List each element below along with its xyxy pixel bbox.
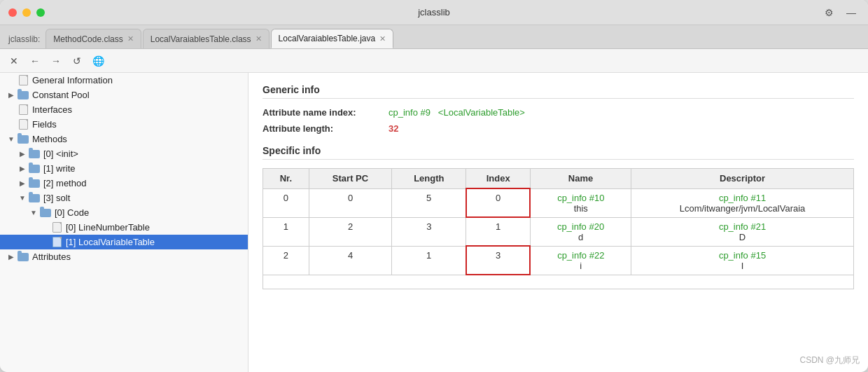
folder-icon-write <box>28 164 41 174</box>
attribute-name-tag: <LocalVariableTable> <box>438 107 525 118</box>
cp-info-9-link[interactable]: cp_info #9 <box>388 107 430 118</box>
window: jclasslib ⚙ — jclasslib: MethodCode.clas… <box>0 0 868 372</box>
sidebar-label-localvariabletable: [1] LocalVariableTable <box>66 237 155 247</box>
sidebar-label-attributes: Attributes <box>32 252 71 262</box>
window-title: jclasslib <box>418 7 450 18</box>
cell-name-1: cp_info #20 d <box>530 217 631 246</box>
sidebar-item-code[interactable]: ▼ [0] Code <box>0 205 248 220</box>
sidebar-label-method: [2] method <box>43 178 86 188</box>
sidebar-label-fields: Fields <box>32 119 57 130</box>
refresh-button[interactable]: ↺ <box>69 53 85 69</box>
attribute-length-value: 32 <box>388 123 398 134</box>
folder-icon-init <box>28 149 41 159</box>
file-icon-interfaces <box>17 105 29 115</box>
descriptor-1-text: D <box>739 232 746 242</box>
cp-info-10-link[interactable]: cp_info #10 <box>557 193 604 203</box>
sidebar-item-write[interactable]: ▶ [1] write <box>0 161 248 176</box>
folder-icon-constant-pool <box>17 90 29 100</box>
back-button[interactable]: ← <box>27 53 43 69</box>
folder-icon-solt <box>28 193 41 203</box>
name-2-text: i <box>580 261 582 271</box>
descriptor-0-text: Lcom/itwanger/jvm/LocalVaraia‌ <box>680 203 806 214</box>
tab-localvaraiables-class-close[interactable]: ✕ <box>255 35 262 43</box>
generic-info-title: Generic info <box>262 84 854 99</box>
cell-index-0: 0 <box>466 188 531 217</box>
tab-methodcode-close[interactable]: ✕ <box>127 35 134 43</box>
table-row-1: 1 2 3 1 cp_info #20 d cp_info #21 D <box>263 217 854 246</box>
right-panel: Generic info Attribute name index: cp_in… <box>248 73 868 372</box>
menu-button[interactable]: — <box>843 4 860 21</box>
cp-info-22-link[interactable]: cp_info #22 <box>557 250 604 261</box>
sidebar-item-method[interactable]: ▶ [2] method <box>0 176 248 191</box>
descriptor-2-text: I <box>741 261 744 271</box>
cell-descriptor-1: cp_info #21 D <box>631 217 854 246</box>
col-header-startpc: Start PC <box>309 169 392 189</box>
cell-nr-1: 1 <box>263 217 309 246</box>
sidebar-item-fields[interactable]: Fields <box>0 117 248 132</box>
tree-arrow-attributes: ▶ <box>6 253 17 261</box>
col-header-name: Name <box>530 169 631 189</box>
sidebar-item-linenumber[interactable]: [0] LineNumberTable <box>0 220 248 235</box>
sidebar-item-init[interactable]: ▶ [0] <init> <box>0 146 248 161</box>
sidebar-item-constant-pool[interactable]: ▶ Constant Pool <box>0 88 248 102</box>
tab-localvaraiables-java-close[interactable]: ✕ <box>379 35 386 43</box>
tree-arrow-init: ▶ <box>17 150 28 158</box>
cell-length-0: 5 <box>392 188 466 217</box>
tree-arrow-constant-pool: ▶ <box>6 91 17 99</box>
window-controls <box>8 8 45 17</box>
close-button[interactable] <box>8 8 17 17</box>
sidebar-label-general-info: General Information <box>32 75 113 85</box>
folder-icon-attributes <box>17 252 29 262</box>
sidebar-label-constant-pool: Constant Pool <box>32 90 90 100</box>
tree-arrow-method: ▶ <box>17 179 28 187</box>
tab-bar: jclasslib: MethodCode.class ✕ LocalVarai… <box>0 25 868 49</box>
tree-arrow-solt: ▼ <box>17 194 28 202</box>
specific-info-title: Specific info <box>262 145 854 160</box>
sidebar-label-init: [0] <init> <box>43 149 78 159</box>
table-row-2: 2 4 1 3 cp_info #22 i cp_info #15 I <box>263 246 854 275</box>
settings-button[interactable]: ⚙ <box>820 4 837 21</box>
watermark: CSDN @九师兄 <box>799 354 860 366</box>
cell-descriptor-0: cp_info #11 Lcom/itwanger/jvm/LocalVarai… <box>631 188 854 217</box>
attribute-name-index-label: Attribute name index: <box>262 107 388 118</box>
data-table: Nr. Start PC Length Index Name Descripto… <box>262 168 854 289</box>
tab-localvaraiables-java[interactable]: LocalVaraiablesTable.java ✕ <box>271 29 394 48</box>
minimize-button[interactable] <box>22 8 31 17</box>
col-header-nr: Nr. <box>263 169 309 189</box>
tab-localvaraiables-class-label: LocalVaraiablesTable.class <box>150 34 251 44</box>
sidebar-item-general-info[interactable]: General Information <box>0 73 248 88</box>
cell-length-1: 3 <box>392 217 466 246</box>
sidebar-label-methods: Methods <box>32 134 67 144</box>
folder-icon-code <box>39 208 52 218</box>
cp-info-11-link[interactable]: cp_info #11 <box>719 193 766 203</box>
sidebar-item-localvariabletable[interactable]: [1] LocalVariableTable <box>0 235 248 249</box>
forward-button[interactable]: → <box>48 53 64 69</box>
title-bar: jclasslib ⚙ — <box>0 0 868 25</box>
browser-button[interactable]: 🌐 <box>90 53 106 69</box>
tree-arrow-methods: ▼ <box>6 135 17 143</box>
sidebar-item-interfaces[interactable]: Interfaces <box>0 102 248 117</box>
attribute-name-index-row: Attribute name index: cp_info #9 <LocalV… <box>262 107 854 118</box>
col-header-length: Length <box>392 169 466 189</box>
cp-info-15-link[interactable]: cp_info #15 <box>719 250 766 261</box>
gear-area: ⚙ — <box>820 4 860 21</box>
attribute-length-row: Attribute length: 32 <box>262 123 854 134</box>
sidebar-item-solt[interactable]: ▼ [3] solt <box>0 191 248 205</box>
maximize-button[interactable] <box>36 8 45 17</box>
cell-length-2: 1 <box>392 246 466 275</box>
tab-localvaraiables-class[interactable]: LocalVaraiablesTable.class ✕ <box>143 29 270 48</box>
cp-info-21-link[interactable]: cp_info #21 <box>719 221 766 232</box>
sidebar-label-interfaces: Interfaces <box>32 104 72 115</box>
cell-nr-2: 2 <box>263 246 309 275</box>
sidebar-item-attributes[interactable]: ▶ Attributes <box>0 249 248 264</box>
close-toolbar-button[interactable]: ✕ <box>6 53 22 69</box>
cp-info-20-link[interactable]: cp_info #20 <box>557 221 604 232</box>
file-icon-localvariabletable <box>50 237 63 247</box>
sidebar-item-methods[interactable]: ▼ Methods <box>0 132 248 146</box>
attribute-length-label: Attribute length: <box>262 123 388 134</box>
cell-startpc-2: 4 <box>309 246 392 275</box>
tab-methodcode[interactable]: MethodCode.class ✕ <box>46 29 141 48</box>
col-header-descriptor: Descriptor <box>631 169 854 189</box>
cell-index-2: 3 <box>466 246 531 275</box>
cell-name-0: cp_info #10 this <box>530 188 631 217</box>
